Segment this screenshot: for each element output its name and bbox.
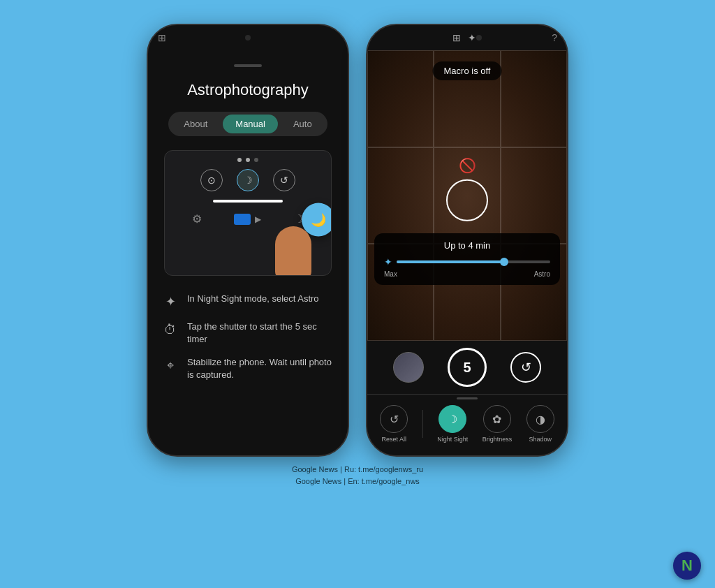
cam-photo-icon bbox=[234, 214, 251, 225]
grid-cell-4 bbox=[367, 147, 434, 244]
mode-night-sight[interactable]: ☽ Night Sight bbox=[437, 405, 468, 443]
cam-dots bbox=[165, 151, 331, 162]
shadow-icon: ◑ bbox=[536, 413, 545, 426]
shadow-icon-circle: ◑ bbox=[526, 405, 554, 433]
cam-slider bbox=[213, 200, 283, 203]
focus-circle bbox=[446, 179, 488, 221]
stabilize-icon: ⌖ bbox=[162, 357, 179, 374]
slider-labels: Max Astro bbox=[384, 270, 550, 278]
right-grid-icon: ⊞ bbox=[452, 32, 461, 43]
step-1: ✦ In Night Sight mode, select Astro bbox=[162, 293, 334, 311]
right-sparkle-icon: ✦ bbox=[468, 32, 476, 43]
reset-all-icon: ↺ bbox=[390, 413, 399, 426]
right-camera-dot bbox=[476, 35, 482, 41]
right-phone-top-bar: ⊞ ✦ ? bbox=[367, 25, 567, 50]
sparkle-icon: ✦ bbox=[162, 293, 179, 311]
cam-dot-1 bbox=[237, 158, 242, 162]
mode-brightness[interactable]: ✿ Brightness bbox=[482, 405, 513, 443]
phones-container: ⊞ Astrophotography About Manual Auto bbox=[133, 10, 582, 457]
modes-row: ↺ Reset All ☽ Night Sight bbox=[367, 405, 567, 448]
cam-rotate-icon: ↺ bbox=[273, 169, 295, 191]
night-sight-icon-circle: ☽ bbox=[438, 405, 466, 433]
grid-cell-1 bbox=[367, 50, 434, 147]
thumbnail-circle[interactable] bbox=[393, 352, 424, 383]
tab-about[interactable]: About bbox=[171, 115, 220, 133]
step-2-text: Tap the shutter to start the 5 sec timer bbox=[187, 321, 334, 346]
night-sight-icon: ☽ bbox=[448, 413, 457, 426]
slider-label-max: Max bbox=[384, 270, 397, 278]
mode-reset-all[interactable]: ↺ Reset All bbox=[380, 405, 408, 443]
shutter-number: 5 bbox=[463, 360, 471, 376]
right-phone-content: Macro is off 🚫 Up to 4 min ✦ bbox=[367, 50, 567, 455]
night-sight-label: Night Sight bbox=[437, 436, 468, 443]
astro-slider-thumb bbox=[500, 258, 508, 266]
astro-slider-fill bbox=[397, 260, 504, 263]
focus-circle-container: 🚫 bbox=[446, 157, 488, 221]
no-macro-icon: 🚫 bbox=[459, 157, 476, 174]
cam-icons-row: ⊙ ☽ ↺ bbox=[165, 169, 331, 191]
steps-list: ✦ In Night Sight mode, select Astro ⏱ Ta… bbox=[148, 293, 348, 381]
right-top-icons: ⊞ ✦ bbox=[452, 32, 476, 43]
sheet-handle bbox=[234, 64, 262, 67]
astro-slider-icon: ✦ bbox=[384, 256, 392, 267]
left-camera-dot bbox=[245, 35, 251, 41]
mode-divider-1 bbox=[422, 410, 423, 438]
finger-shape bbox=[275, 226, 311, 276]
cam-gear-icon: ⚙ bbox=[192, 212, 202, 226]
n-logo: N bbox=[673, 552, 701, 580]
left-phone: ⊞ Astrophotography About Manual Auto bbox=[147, 24, 349, 457]
finger-illustration bbox=[275, 226, 324, 276]
tabs-row: About Manual Auto bbox=[168, 112, 327, 136]
astro-controls: Up to 4 min ✦ Max Astro bbox=[374, 233, 560, 285]
step-1-text: In Night Sight mode, select Astro bbox=[187, 293, 319, 305]
tab-auto[interactable]: Auto bbox=[281, 115, 325, 133]
cam-dot-2 bbox=[246, 158, 250, 162]
duration-text: Up to 4 min bbox=[384, 240, 550, 251]
macro-off-text: Macro is off bbox=[444, 66, 491, 76]
grid-cell-3 bbox=[501, 50, 567, 147]
cam-dot-3 bbox=[254, 158, 258, 162]
astro-title: Astrophotography bbox=[187, 81, 309, 99]
brightness-icon-circle: ✿ bbox=[483, 405, 511, 433]
cam-portrait-icon: ⊙ bbox=[200, 169, 223, 191]
rotate-icon: ↺ bbox=[521, 360, 531, 375]
step-2: ⏱ Tap the shutter to start the 5 sec tim… bbox=[162, 321, 334, 346]
shadow-label: Shadow bbox=[529, 436, 552, 443]
shutter-button[interactable]: 5 bbox=[448, 348, 487, 387]
help-icon[interactable]: ? bbox=[552, 32, 557, 43]
camera-illustration: ⊙ ☽ ↺ ⚙ ▶ ☽ bbox=[164, 150, 332, 276]
astro-slider-row: ✦ bbox=[384, 256, 550, 267]
reset-all-icon-circle: ↺ bbox=[380, 405, 408, 433]
reset-all-label: Reset All bbox=[381, 436, 406, 443]
astro-plus-icon: 🌙 bbox=[311, 212, 326, 228]
cam-night-icon: ☽ bbox=[237, 169, 259, 191]
left-phone-content: Astrophotography About Manual Auto bbox=[148, 50, 348, 455]
timer-icon: ⏱ bbox=[162, 321, 179, 339]
step-3-text: Stabilize the phone. Wait until photo is… bbox=[187, 356, 334, 381]
right-phone: ⊞ ✦ ? bbox=[366, 24, 568, 457]
rotate-button[interactable]: ↺ bbox=[510, 352, 541, 383]
footer: Google News | Ru: t.me/googlenws_ru Goog… bbox=[292, 464, 423, 487]
macro-off-badge: Macro is off bbox=[433, 61, 502, 80]
grid-cell-6 bbox=[501, 147, 567, 244]
step-3: ⌖ Stabilize the phone. Wait until photo … bbox=[162, 356, 334, 381]
brightness-icon: ✿ bbox=[492, 413, 501, 426]
left-phone-top-bar: ⊞ bbox=[148, 25, 348, 50]
tab-manual[interactable]: Manual bbox=[223, 115, 278, 133]
shutter-row: 5 ↺ bbox=[367, 348, 567, 387]
left-phone-grid-icon: ⊞ bbox=[158, 32, 166, 43]
cam-video-icon: ▶ bbox=[255, 214, 261, 224]
viewfinder[interactable]: Macro is off 🚫 Up to 4 min ✦ bbox=[367, 50, 567, 341]
astro-slider-track[interactable] bbox=[397, 260, 550, 263]
mode-handle bbox=[457, 397, 478, 399]
mode-shadow[interactable]: ◑ Shadow bbox=[526, 405, 554, 443]
footer-line-1: Google News | Ru: t.me/googlenws_ru bbox=[292, 464, 423, 476]
bottom-camera-controls: 5 ↺ ↺ Reset All bbox=[367, 341, 567, 455]
slider-label-astro: Astro bbox=[534, 270, 550, 278]
brightness-label: Brightness bbox=[482, 436, 513, 443]
cam-shutter-area: ▶ bbox=[234, 214, 261, 225]
footer-line-2: Google News | En: t.me/google_nws bbox=[292, 476, 423, 487]
mode-bar-divider bbox=[367, 394, 567, 395]
